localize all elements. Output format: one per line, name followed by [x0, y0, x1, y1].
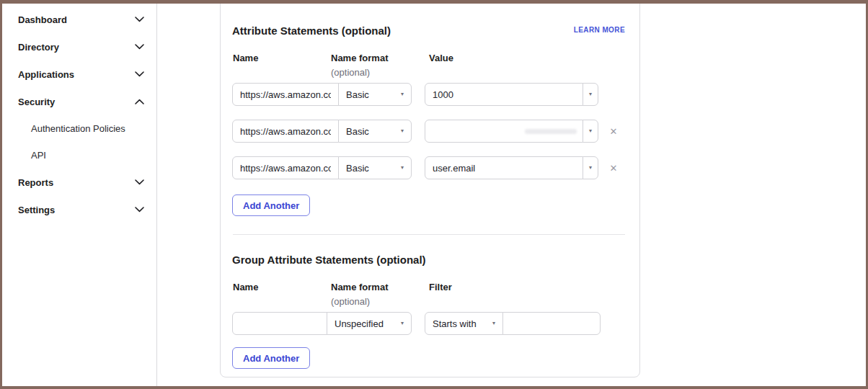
group-name-format-select[interactable]: Unspecified ▾ [327, 312, 412, 335]
chevron-down-icon [135, 207, 144, 213]
column-header-optional-note: (optional) [331, 67, 429, 79]
group-attribute-statements-title: Group Attribute Statements (optional) [232, 254, 625, 267]
sidebar-item-authentication-policies[interactable]: Authentication Policies [2, 115, 156, 142]
attribute-value-input[interactable] [425, 83, 583, 106]
value-dropdown-button[interactable]: ▾ [583, 156, 598, 179]
attribute-row: Basic ▾ ▾ ✕ [232, 120, 625, 143]
name-format-select[interactable]: Basic ▾ [338, 156, 412, 179]
attribute-row: Basic ▾ ▾ ✕ [232, 156, 625, 179]
select-caret-icon: ▾ [401, 128, 404, 134]
group-name-input[interactable] [232, 312, 327, 335]
filter-value-input[interactable] [502, 312, 601, 335]
select-caret-icon: ▾ [401, 165, 404, 171]
chevron-down-icon [135, 71, 144, 77]
attribute-name-input[interactable] [232, 156, 339, 179]
column-header-name: Name [233, 53, 331, 79]
value-dropdown-button[interactable]: ▾ [583, 120, 598, 143]
select-caret-icon: ▾ [492, 321, 495, 326]
attribute-value-input[interactable] [425, 120, 583, 143]
sidebar-item-applications[interactable]: Applications [2, 61, 156, 88]
attribute-statements-title: Attribute Statements (optional) [232, 24, 391, 37]
group-attribute-row: Unspecified ▾ Starts with ▾ [232, 312, 625, 335]
filter-type-selected-value: Starts with [433, 318, 477, 329]
name-format-selected-value: Basic [346, 89, 369, 100]
sidebar-item-settings[interactable]: Settings [2, 196, 156, 223]
select-caret-icon: ▾ [401, 91, 404, 97]
value-dropdown-button[interactable]: ▾ [583, 83, 598, 106]
group-name-format-selected-value: Unspecified [335, 318, 384, 329]
sidebar-item-label: Reports [18, 177, 53, 188]
filter-type-select[interactable]: Starts with ▾ [425, 312, 503, 335]
attribute-value-input[interactable] [425, 156, 583, 179]
main-content: Attribute Statements (optional) LEARN MO… [157, 4, 866, 386]
sidebar-item-label: Security [18, 97, 55, 107]
column-header-name-format: Name format [331, 282, 429, 293]
sidebar-item-directory[interactable]: Directory [2, 33, 156, 61]
sidebar-item-reports[interactable]: Reports [2, 169, 156, 196]
sidebar-subitem-label: API [31, 150, 46, 161]
chevron-down-icon [135, 17, 144, 22]
select-caret-icon: ▾ [589, 91, 592, 97]
sidebar-subitem-label: Authentication Policies [31, 123, 125, 134]
column-header-name-format: Name format [331, 53, 429, 64]
attribute-column-headers: Name Name format (optional) Value [232, 53, 625, 79]
name-format-selected-value: Basic [346, 126, 369, 137]
app-window: Dashboard Directory Applications Securit… [2, 4, 866, 386]
column-header-value: Value [429, 53, 625, 79]
column-header-filter: Filter [429, 282, 625, 308]
section-divider [233, 234, 625, 235]
chevron-up-icon [135, 99, 144, 104]
chevron-down-icon [135, 179, 144, 185]
attribute-row: Basic ▾ ▾ [232, 83, 625, 106]
column-header-name: Name [233, 282, 331, 308]
sidebar-item-dashboard[interactable]: Dashboard [2, 6, 156, 33]
name-format-selected-value: Basic [346, 163, 369, 174]
sidebar-item-security[interactable]: Security [2, 88, 156, 115]
attribute-name-input[interactable] [232, 83, 339, 106]
sidebar-item-label: Directory [18, 42, 59, 53]
select-caret-icon: ▾ [589, 128, 592, 134]
saml-settings-card: Attribute Statements (optional) LEARN MO… [220, 4, 640, 377]
group-column-headers: Name Name format (optional) Filter [232, 282, 625, 308]
learn-more-link[interactable]: LEARN MORE [574, 25, 625, 35]
name-format-select[interactable]: Basic ▾ [338, 120, 412, 143]
sidebar-item-api[interactable]: API [2, 142, 156, 169]
remove-row-icon[interactable]: ✕ [608, 126, 619, 137]
sidebar: Dashboard Directory Applications Securit… [2, 4, 157, 386]
name-format-select[interactable]: Basic ▾ [338, 83, 412, 106]
column-header-optional-note: (optional) [331, 296, 429, 308]
add-another-attribute-button[interactable]: Add Another [232, 194, 310, 216]
sidebar-item-label: Dashboard [18, 14, 67, 25]
select-caret-icon: ▾ [401, 321, 404, 326]
chevron-down-icon [135, 44, 144, 50]
sidebar-item-label: Applications [18, 69, 74, 80]
sidebar-item-label: Settings [18, 205, 55, 215]
attribute-name-input[interactable] [232, 120, 339, 143]
remove-row-icon[interactable]: ✕ [608, 163, 619, 174]
add-another-group-attribute-button[interactable]: Add Another [232, 347, 310, 369]
select-caret-icon: ▾ [589, 165, 592, 171]
